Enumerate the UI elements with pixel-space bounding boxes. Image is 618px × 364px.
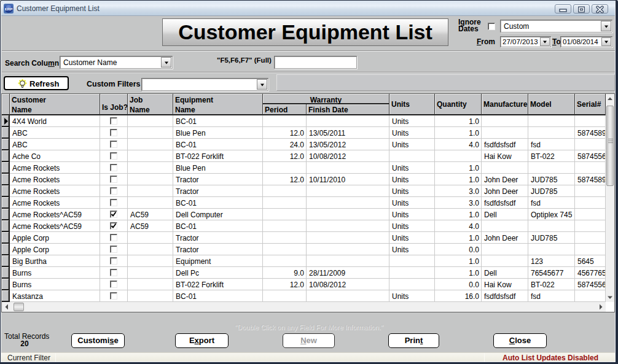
svg-text:ERP: ERP [5, 7, 13, 11]
